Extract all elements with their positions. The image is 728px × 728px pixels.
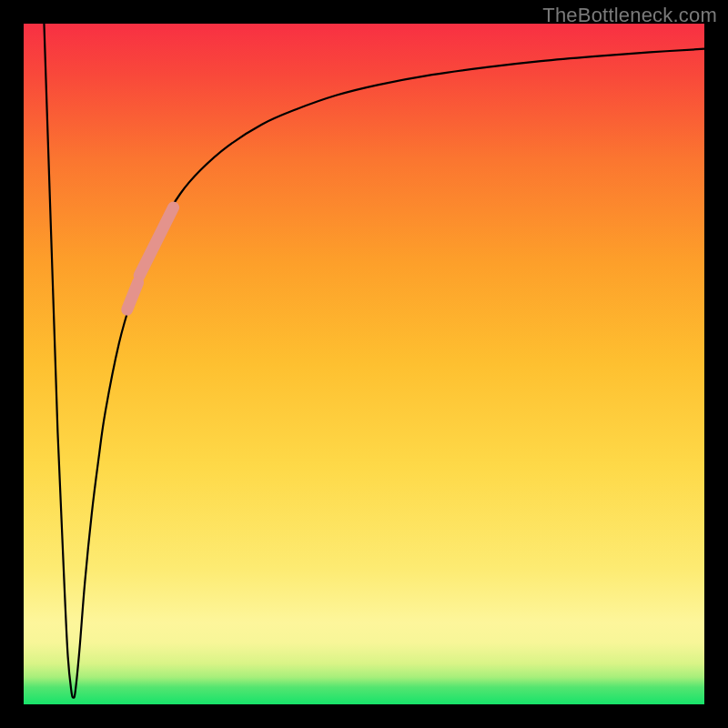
plot-area xyxy=(24,24,704,704)
segment-lower xyxy=(127,282,138,309)
main-curve xyxy=(44,24,704,698)
watermark-text: TheBottleneck.com xyxy=(542,4,717,27)
chart-frame: TheBottleneck.com xyxy=(0,0,728,728)
marker-group xyxy=(127,207,174,309)
segment-upper xyxy=(139,207,173,276)
curve-layer xyxy=(24,24,704,704)
